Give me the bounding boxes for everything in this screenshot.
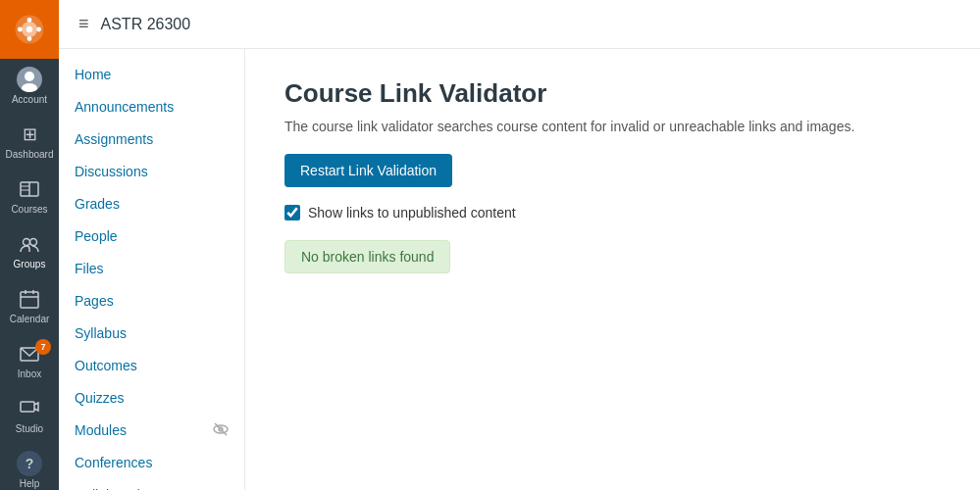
- nav-courses-label: Courses: [11, 204, 47, 216]
- svg-point-14: [30, 239, 37, 246]
- top-bar: ≡ ASTR 26300: [59, 0, 980, 49]
- nav-calendar-label: Calendar: [10, 314, 50, 325]
- nav-account-label: Account: [12, 94, 47, 106]
- nav-grades[interactable]: Grades: [59, 188, 244, 220]
- show-unpublished-checkbox[interactable]: [284, 205, 300, 220]
- canvas-logo[interactable]: [0, 0, 59, 59]
- checkbox-row: Show links to unpublished content: [284, 205, 941, 220]
- svg-rect-20: [21, 402, 34, 412]
- nav-studio-label: Studio: [16, 423, 43, 435]
- nav-help[interactable]: ? Help: [0, 443, 59, 490]
- checkbox-label[interactable]: Show links to unpublished content: [308, 205, 516, 220]
- svg-point-4: [27, 36, 32, 41]
- modules-row: Modules: [59, 415, 244, 447]
- nav-home[interactable]: Home: [59, 59, 244, 91]
- page-title: Course Link Validator: [284, 78, 941, 109]
- nav-groups[interactable]: Groups: [0, 223, 59, 278]
- nav-assignments[interactable]: Assignments: [59, 123, 244, 156]
- nav-pages[interactable]: Pages: [59, 285, 244, 318]
- content-area: Course Link Validator The course link va…: [245, 49, 980, 490]
- main-area: ≡ ASTR 26300 Home Announcements Assignme…: [59, 0, 980, 490]
- nav-outcomes[interactable]: Outcomes: [59, 350, 244, 382]
- nav-collaborations[interactable]: Collaborations: [59, 479, 244, 490]
- nav-people[interactable]: People: [59, 220, 244, 253]
- svg-point-2: [26, 26, 32, 32]
- nav-calendar[interactable]: Calendar: [0, 278, 59, 333]
- svg-point-13: [24, 239, 30, 246]
- nav-inbox-label: Inbox: [18, 368, 41, 380]
- nav-dashboard-label: Dashboard: [6, 149, 54, 161]
- course-title: ASTR 26300: [101, 16, 191, 33]
- nav-conferences[interactable]: Conferences: [59, 447, 244, 479]
- nav-courses[interactable]: Courses: [0, 169, 59, 223]
- global-nav: Account ⊞ Dashboard Courses Groups: [0, 0, 59, 490]
- svg-point-5: [18, 27, 23, 32]
- nav-inbox[interactable]: 7 Inbox: [0, 333, 59, 388]
- hamburger-menu[interactable]: ≡: [78, 14, 89, 34]
- nav-quizzes[interactable]: Quizzes: [59, 382, 244, 415]
- nav-modules[interactable]: Modules: [75, 420, 209, 441]
- svg-point-6: [36, 27, 41, 32]
- no-broken-links-status: No broken links found: [284, 240, 450, 273]
- nav-studio[interactable]: Studio: [0, 388, 59, 443]
- nav-announcements[interactable]: Announcements: [59, 91, 244, 123]
- modules-eye-icon[interactable]: [213, 421, 229, 440]
- course-nav: Home Announcements Assignments Discussio…: [59, 49, 245, 490]
- svg-point-3: [27, 18, 32, 23]
- nav-discussions[interactable]: Discussions: [59, 156, 244, 188]
- page-description: The course link validator searches cours…: [284, 119, 941, 134]
- nav-dashboard[interactable]: ⊞ Dashboard: [0, 114, 59, 169]
- nav-groups-label: Groups: [14, 259, 46, 270]
- nav-syllabus[interactable]: Syllabus: [59, 318, 244, 350]
- svg-rect-15: [21, 292, 38, 308]
- svg-point-7: [25, 72, 34, 81]
- restart-link-validation-button[interactable]: Restart Link Validation: [284, 154, 452, 187]
- nav-help-label: Help: [20, 478, 40, 490]
- inbox-badge: 7: [35, 339, 51, 355]
- nav-files[interactable]: Files: [59, 253, 244, 285]
- nav-account[interactable]: Account: [0, 59, 59, 114]
- svg-point-8: [22, 83, 37, 92]
